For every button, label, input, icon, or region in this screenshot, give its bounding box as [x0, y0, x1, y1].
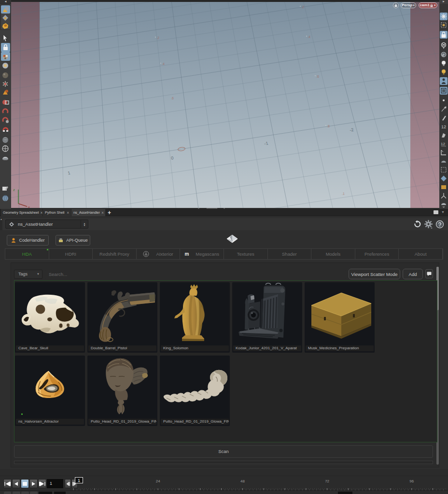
svg-text:.4: .4 [308, 35, 310, 39]
svg-text:.1: .1 [342, 192, 345, 195]
svg-text:.2: .2 [156, 36, 159, 40]
svg-text:12: 12 [441, 142, 445, 146]
svg-text:.2: .2 [301, 5, 304, 9]
svg-text:.6: .6 [316, 75, 319, 78]
svg-text:.8: .8 [327, 124, 330, 128]
svg-text:z: z [13, 188, 15, 192]
svg-text:12: 12 [441, 124, 446, 129]
svg-text:.6: .6 [171, 96, 174, 100]
svg-text:.4: .4 [162, 62, 165, 66]
